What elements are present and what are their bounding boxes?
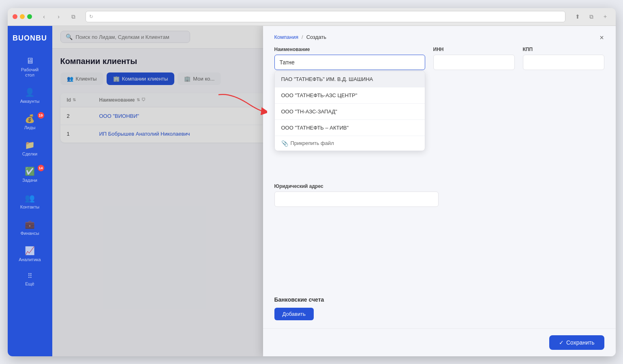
sidebar-label-more: Ещё <box>25 281 34 287</box>
side-panel: Компания / Создать × Наименование <box>263 26 616 356</box>
form-group-legal-address: Юридический адрес <box>274 183 439 207</box>
label-name: Наименование <box>274 47 425 52</box>
label-inn: ИНН <box>433 47 515 52</box>
sidebar-item-analytics[interactable]: 📈 Аналитика <box>12 242 48 266</box>
breadcrumb-parent[interactable]: Компания <box>274 34 299 40</box>
more-icon: ⠿ <box>28 272 32 280</box>
browser-actions: ⬆ ⧉ ＋ <box>572 11 611 22</box>
bank-section-title: Банковские счета <box>274 296 604 303</box>
sidebar-label-deals: Сделки <box>22 151 38 157</box>
address-bar[interactable]: ↻ <box>86 11 565 22</box>
traffic-lights <box>13 14 32 19</box>
browser-window: ‹ › ⧉ ↻ ⬆ ⧉ ＋ BUONBU 🖥 Рабочийстол 👤 Акк… <box>8 8 616 356</box>
main-content: 🔍 Компании клиенты 👥 Клиенты 🏢 Компании … <box>52 26 616 356</box>
deals-icon: 📁 <box>25 140 35 150</box>
add-bank-account-button[interactable]: Добавить <box>274 308 314 320</box>
close-traffic-light[interactable] <box>13 14 17 19</box>
form-group-empty-2 <box>447 183 521 207</box>
autocomplete-item-2[interactable]: ООО "ТАТНЕФТЬ-АЗС ЦЕНТР" <box>275 87 425 104</box>
analytics-icon: 📈 <box>25 246 35 255</box>
sidebar-label-accounts: Аккаунты <box>20 99 40 104</box>
breadcrumb: Компания / Создать <box>274 34 604 40</box>
name-input[interactable] <box>274 55 425 70</box>
tasks-icon: ✅ <box>25 166 35 176</box>
tab-view-button[interactable]: ⧉ <box>68 11 79 22</box>
duplicate-button[interactable]: ⧉ <box>586 11 597 22</box>
breadcrumb-current: Создать <box>306 34 326 40</box>
contacts-icon: 👥 <box>25 193 35 203</box>
form-group-inn: ИНН <box>433 47 515 70</box>
form-group-kpp: КПП <box>523 47 604 70</box>
share-button[interactable]: ⬆ <box>572 11 583 22</box>
label-legal-address: Юридический адрес <box>274 183 439 189</box>
back-button[interactable]: ‹ <box>39 11 50 22</box>
sidebar-item-finance[interactable]: 💼 Финансы <box>12 215 48 240</box>
minimize-traffic-light[interactable] <box>20 14 25 19</box>
sidebar-label-dashboard: Рабочийстол <box>21 67 39 78</box>
form-group-name: Наименование ПАО "ТАТНЕФТЬ" ИМ. В.Д. ШАШ… <box>274 47 425 70</box>
new-tab-button[interactable]: ＋ <box>599 11 611 22</box>
label-kpp: КПП <box>523 47 604 52</box>
sidebar-item-tasks[interactable]: 14 ✅ Задачи <box>12 162 48 187</box>
kpp-input[interactable] <box>523 55 604 70</box>
breadcrumb-separator: / <box>302 34 303 40</box>
forward-button[interactable]: › <box>53 11 64 22</box>
sidebar-item-deals[interactable]: 📁 Сделки <box>12 136 48 161</box>
sidebar-label-tasks: Задачи <box>22 178 37 183</box>
sidebar-label-leads: Лиды <box>24 125 36 130</box>
sidebar-label-contacts: Контакты <box>20 204 40 210</box>
close-panel-button[interactable]: × <box>596 32 608 44</box>
save-label: Сохранить <box>566 339 595 346</box>
panel-footer: ✓ Сохранить <box>263 328 616 356</box>
sidebar-item-more[interactable]: ⠿ Ещё <box>12 268 48 291</box>
panel-header: Компания / Создать × <box>263 26 616 47</box>
save-button[interactable]: ✓ Сохранить <box>549 335 604 350</box>
form-section: Наименование ПАО "ТАТНЕФТЬ" ИМ. В.Д. ШАШ… <box>263 47 616 288</box>
autocomplete-item-3[interactable]: ООО "ТН-АЗС-ЗАПАД" <box>275 104 425 120</box>
autocomplete-item-1[interactable]: ПАО "ТАТНЕФТЬ" ИМ. В.Д. ШАШИНА <box>275 71 425 87</box>
save-checkmark-icon: ✓ <box>559 339 564 346</box>
sidebar-item-dashboard[interactable]: 🖥 Рабочийстол <box>12 52 48 82</box>
sidebar-logo: BUONBU <box>9 31 50 46</box>
paperclip-icon: 📎 <box>281 140 288 147</box>
attach-file-option[interactable]: 📎 Прикрепить файл <box>275 136 425 151</box>
refresh-icon: ↻ <box>89 14 93 19</box>
sidebar-label-analytics: Аналитика <box>19 257 41 262</box>
finance-icon: 💼 <box>25 219 35 229</box>
leads-badge: 19 <box>38 112 44 119</box>
leads-icon: 💰 <box>25 114 35 123</box>
sidebar-item-accounts[interactable]: 👤 Аккаунты <box>12 83 48 108</box>
sidebar-item-leads[interactable]: 19 💰 Лиды <box>12 110 48 134</box>
attach-file-label: Прикрепить файл <box>291 140 334 146</box>
bank-section: Банковские счета Добавить <box>263 288 616 328</box>
accounts-icon: 👤 <box>25 87 35 97</box>
form-row-2: Юридический адрес <box>274 183 604 207</box>
sidebar: BUONBU 🖥 Рабочийстол 👤 Аккаунты 19 💰 Лид… <box>8 26 52 356</box>
browser-titlebar: ‹ › ⧉ ↻ ⬆ ⧉ ＋ <box>8 8 616 26</box>
form-row-1: Наименование ПАО "ТАТНЕФТЬ" ИМ. В.Д. ШАШ… <box>274 47 604 70</box>
autocomplete-item-4[interactable]: ООО "ТАТНЕФТЬ – АКТИВ" <box>275 120 425 136</box>
app-container: BUONBU 🖥 Рабочийстол 👤 Аккаунты 19 💰 Лид… <box>8 26 616 356</box>
tasks-badge: 14 <box>38 165 44 171</box>
legal-address-input[interactable] <box>274 192 439 207</box>
autocomplete-dropdown: ПАО "ТАТНЕФТЬ" ИМ. В.Д. ШАШИНА ООО "ТАТН… <box>274 71 425 151</box>
inn-input[interactable] <box>433 55 515 70</box>
sidebar-label-finance: Финансы <box>20 231 39 236</box>
dashboard-icon: 🖥 <box>26 56 34 66</box>
form-group-empty-3 <box>529 183 604 207</box>
sidebar-item-contacts[interactable]: 👥 Контакты <box>12 189 48 214</box>
maximize-traffic-light[interactable] <box>27 14 32 19</box>
